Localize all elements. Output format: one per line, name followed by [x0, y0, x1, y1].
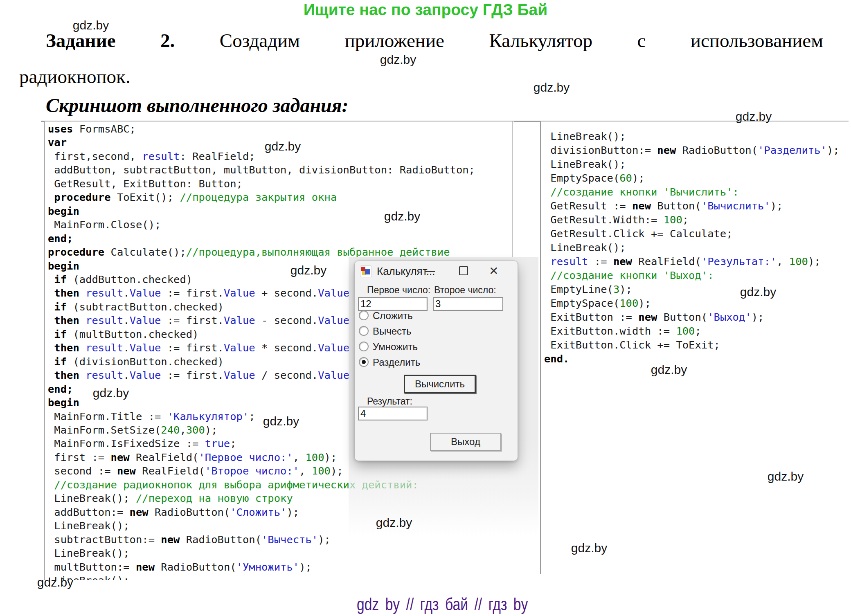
minimize-icon[interactable]	[425, 271, 435, 272]
code-line: ExitButton.width := 100;	[544, 324, 851, 338]
gdzby-watermark: gdz.by	[651, 363, 687, 377]
code-line: EmptySpace(60);	[544, 171, 851, 185]
gdzby-watermark: gdz.by	[73, 18, 109, 32]
first-number-input[interactable]: 12	[358, 297, 428, 311]
result-label: Результат:	[367, 396, 412, 407]
code-line: ExitButton.Click += ToExit;	[544, 338, 851, 352]
gdzby-watermark: gdz.by	[376, 516, 412, 530]
second-number-label: Второе число:	[434, 285, 496, 296]
code-panel-left-border	[512, 121, 513, 258]
title-word: с	[637, 29, 646, 52]
code-line: multButton:= new RadioButton('Умножить')…	[48, 560, 514, 574]
task-title-line2: радиокнопок.	[19, 65, 131, 88]
calculate-button[interactable]: Вычислить	[404, 375, 476, 393]
radio-label: Умножить	[373, 341, 418, 353]
title-word: приложение	[345, 29, 444, 52]
app-icon-blue-square	[365, 269, 370, 274]
second-number-input[interactable]: 3	[433, 297, 503, 311]
code-line: addButton, subtractButton, multButton, d…	[48, 163, 514, 177]
code-line: LineBreak();	[544, 157, 851, 171]
title-word: Задание	[46, 29, 116, 52]
code-line: //создание кнопки 'Вычислить':	[544, 185, 851, 199]
radio-icon[interactable]	[359, 342, 369, 351]
gdzby-watermark: gdz.by	[571, 541, 607, 555]
gdzby-watermark: gdz.by	[263, 414, 299, 428]
code-line: GetResult := new Button('Вычислить');	[544, 199, 851, 213]
code-column-right: LineBreak(); divisionButton:= new RadioB…	[541, 121, 851, 366]
code-line: GetResult, ExitButton: Button;	[48, 177, 514, 191]
screenshot-subtitle: Скриншот выполненного задания:	[46, 94, 348, 117]
result-field[interactable]: 4	[358, 407, 428, 420]
calculator-window: Калькулят... ✕ Первое число: Второе числ…	[354, 261, 518, 461]
code-line: GetResult.Width:= 100;	[544, 213, 851, 227]
code-line: LineBreak();	[48, 574, 514, 580]
gdzby-watermark: gdz.by	[384, 209, 420, 223]
gdzby-watermark: gdz.by	[290, 263, 326, 277]
calculator-screenshot: Калькулят... ✕ Первое число: Второе числ…	[349, 257, 538, 545]
gdzby-watermark: gdz.by	[380, 53, 416, 67]
radio-selected-icon[interactable]	[359, 357, 369, 367]
app-icon	[360, 265, 372, 277]
radio-label: Сложить	[373, 310, 413, 321]
radio-label: Разделить	[373, 357, 420, 368]
title-word: 2.	[160, 29, 175, 52]
code-line: divisionButton:= new RadioButton('Раздел…	[544, 143, 851, 157]
code-line: LineBreak();	[544, 129, 851, 143]
first-number-label: Первое число:	[367, 285, 430, 296]
code-line: uses FormsABC;	[48, 122, 514, 136]
radio-icon[interactable]	[359, 310, 369, 320]
gdzby-watermark: gdz.by	[768, 470, 804, 483]
code-line: //создание кнопки 'Выход':	[544, 268, 851, 282]
code-line: MainForm.Close();	[48, 218, 514, 232]
code-line: begin	[48, 205, 514, 218]
exit-button[interactable]: Выход	[430, 433, 501, 451]
code-line: EmptyLine(3);	[544, 282, 851, 296]
close-icon[interactable]: ✕	[489, 264, 498, 279]
code-line: end.	[544, 352, 851, 366]
title-word: использованием	[691, 29, 823, 52]
code-line: GetResult.Click += Calculate;	[544, 227, 851, 241]
promo-banner: Ищите нас по запросу ГДЗ Бай	[0, 1, 851, 19]
code-line: procedure ToExit(); //процедура закрытия…	[48, 191, 514, 204]
gdzby-watermark: gdz.by	[740, 285, 776, 299]
gdzby-watermark: gdz.by	[93, 386, 129, 400]
gdzby-watermark: gdz.by	[265, 139, 301, 153]
gdzby-watermark: gdz.by	[37, 576, 73, 589]
radio-icon[interactable]	[359, 326, 369, 336]
calculator-titlebar[interactable]: Калькулят... ✕	[355, 261, 518, 281]
gdzby-watermark: gdz.by	[534, 81, 570, 94]
solution-page: { "page": { "promo": "Ищите нас по запро…	[0, 0, 851, 616]
code-line: end;	[48, 232, 514, 245]
radio-label: Вычесть	[373, 326, 412, 337]
gdzby-watermark: gdz.by	[736, 110, 772, 124]
footer-watermark: gdz by // гдз бай // гдз by	[357, 594, 528, 614]
code-line: LineBreak();	[48, 546, 514, 560]
title-word: Создадим	[220, 29, 300, 52]
maximize-icon[interactable]	[459, 266, 468, 275]
title-word: Калькулятор	[489, 29, 592, 52]
code-line: ExitButton := new Button('Выход');	[544, 310, 851, 324]
code-line: LineBreak();	[544, 241, 851, 254]
code-panel-right: LineBreak(); divisionButton:= new RadioB…	[540, 121, 851, 574]
code-line: EmptySpace(100);	[544, 296, 851, 310]
code-line: result := new RealField('Результат:', 10…	[544, 254, 851, 268]
task-title: Задание2.СоздадимприложениеКалькуляторси…	[46, 29, 823, 52]
